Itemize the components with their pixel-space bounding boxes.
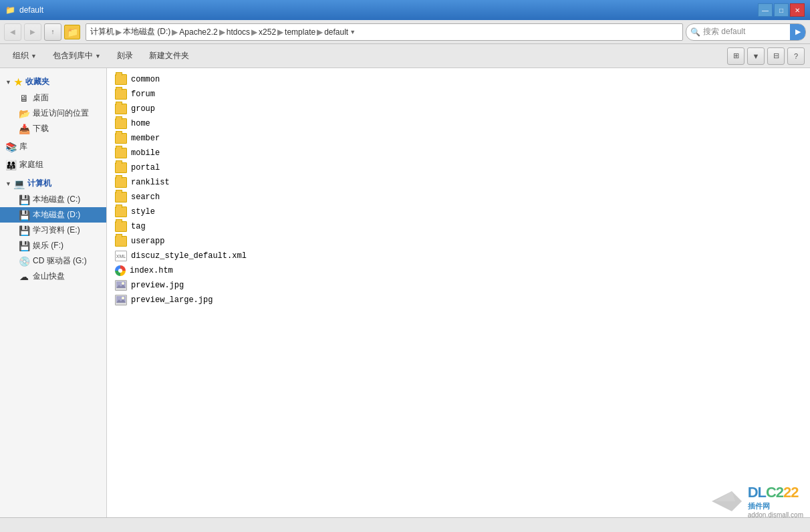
sidebar-item-drive-c[interactable]: 💾 本地磁盘 (C:) xyxy=(0,192,106,207)
folder-item-tag[interactable]: tag xyxy=(112,219,805,234)
include-library-dropdown-icon: ▼ xyxy=(95,53,101,59)
jpg-file-icon-preview-large xyxy=(115,295,127,305)
sidebar-item-drive-f[interactable]: 💾 娱乐 (F:) xyxy=(0,238,106,253)
folder-name-group: group xyxy=(131,104,155,114)
computer-icon: 💻 xyxy=(14,178,25,189)
folder-icon-member xyxy=(115,133,127,144)
sidebar-item-drive-d[interactable]: 💾 本地磁盘 (D:) xyxy=(0,207,106,223)
sidebar-item-library[interactable]: 📚 库 xyxy=(0,139,106,154)
status-bar xyxy=(0,517,810,532)
folder-item-group[interactable]: group xyxy=(112,102,805,116)
folder-name-ranklist: ranklist xyxy=(131,178,170,187)
forward-button[interactable]: ▶ xyxy=(24,23,41,41)
toolbar-right: ⊞ ▼ ⊟ ? xyxy=(727,47,805,65)
watermark-site: 插件网 xyxy=(748,501,803,511)
title-bar: 📁 default — □ ✕ xyxy=(0,0,810,20)
file-item-preview-large-jpg[interactable]: preview_large.jpg xyxy=(112,293,805,307)
desktop-icon: 🖥 xyxy=(19,93,29,104)
folder-icon-forum xyxy=(115,89,127,100)
up-button[interactable]: ↑ xyxy=(44,23,61,41)
path-segment-htdocs: htdocs xyxy=(227,27,250,37)
organize-dropdown-icon: ▼ xyxy=(31,53,37,59)
watermark-plane-icon xyxy=(712,488,745,515)
drive-c-icon: 💾 xyxy=(19,194,29,205)
folder-item-portal[interactable]: portal xyxy=(112,160,805,175)
window-icon: 📁 xyxy=(5,5,15,15)
new-folder-label: 新建文件夹 xyxy=(149,50,189,61)
burn-button[interactable]: 刻录 xyxy=(110,47,140,65)
sidebar-section-computer: ▼ 💻 计算机 💾 本地磁盘 (C:) 💾 本地磁盘 (D:) 💾 学习资料 (… xyxy=(0,175,106,284)
folder-icon-userapp xyxy=(115,236,127,247)
file-item-preview-jpg[interactable]: preview.jpg xyxy=(112,278,805,293)
drive-f-icon: 💾 xyxy=(19,241,29,251)
download-icon: 📥 xyxy=(19,124,29,134)
folder-item-style[interactable]: style xyxy=(112,205,805,219)
folder-item-common[interactable]: common xyxy=(112,72,805,87)
file-item-xml[interactable]: XML discuz_style_default.xml xyxy=(112,249,805,263)
sidebar-item-recent[interactable]: 📂 最近访问的位置 xyxy=(0,106,106,121)
address-path[interactable]: 计算机 ▶ 本地磁盘 (D:) ▶ Apache2.2 ▶ htdocs ▶ x… xyxy=(86,23,683,41)
svg-point-7 xyxy=(122,297,124,299)
sidebar-favorites-header[interactable]: ▼ ★ 收藏夹 xyxy=(0,74,106,90)
htm-file-icon xyxy=(115,265,126,276)
folder-item-search[interactable]: search xyxy=(112,190,805,205)
xml-file-icon: XML xyxy=(115,251,127,261)
sidebar-library-label: 库 xyxy=(19,141,27,152)
computer-chevron: ▼ xyxy=(5,180,11,187)
view-dropdown-button[interactable]: ▼ xyxy=(747,47,765,65)
path-folder-icon: 📁 xyxy=(64,25,80,39)
file-item-htm[interactable]: index.htm xyxy=(112,263,805,278)
sidebar-desktop-label: 桌面 xyxy=(33,92,49,104)
title-bar-controls: — □ ✕ xyxy=(758,3,805,17)
folder-item-mobile[interactable]: mobile xyxy=(112,146,805,160)
jpg-file-icon-preview xyxy=(115,280,127,291)
sidebar-item-cloud[interactable]: ☁ 金山快盘 xyxy=(0,269,106,284)
search-box: 🔍 ▶ xyxy=(686,23,806,41)
folder-icon-mobile xyxy=(115,148,127,158)
minimize-button[interactable]: — xyxy=(758,3,773,17)
folder-icon-style xyxy=(115,207,127,217)
sidebar-item-homegroup[interactable]: 👨‍👩‍👧 家庭组 xyxy=(0,157,106,172)
file-name-xml: discuz_style_default.xml xyxy=(131,251,247,261)
folder-icon-group xyxy=(115,104,127,114)
search-button[interactable]: ▶ xyxy=(790,24,805,40)
path-segment-template: template xyxy=(285,27,315,37)
organize-button[interactable]: 组织 ▼ xyxy=(5,47,44,65)
folder-name-tag: tag xyxy=(131,222,146,231)
folder-item-forum[interactable]: forum xyxy=(112,87,805,102)
sidebar-recent-label: 最近访问的位置 xyxy=(33,108,89,119)
maximize-button[interactable]: □ xyxy=(774,3,789,17)
view-grid-button[interactable]: ⊞ xyxy=(727,47,745,65)
cloud-icon: ☁ xyxy=(19,271,29,282)
sidebar-item-desktop[interactable]: 🖥 桌面 xyxy=(0,90,106,106)
view-help-button[interactable]: ? xyxy=(787,47,805,65)
folder-item-member[interactable]: member xyxy=(112,131,805,146)
sidebar-computer-header[interactable]: ▼ 💻 计算机 xyxy=(0,175,106,192)
drive-d-icon: 💾 xyxy=(19,210,29,221)
folder-icon-tag xyxy=(115,221,127,232)
folder-name-common: common xyxy=(131,75,160,84)
sidebar-item-downloads[interactable]: 📥 下载 xyxy=(0,121,106,136)
svg-marker-9 xyxy=(715,491,735,501)
watermark-logo: DLC222 xyxy=(748,484,803,501)
folder-item-home[interactable]: home xyxy=(112,116,805,131)
watermark-url: addon.dismall.com xyxy=(748,511,803,519)
path-segment-x252: x252 xyxy=(259,27,276,37)
include-library-button[interactable]: 包含到库中 ▼ xyxy=(45,47,108,65)
file-name-preview-large-jpg: preview_large.jpg xyxy=(131,295,213,305)
close-button[interactable]: ✕ xyxy=(790,3,805,17)
folder-icon-portal xyxy=(115,162,127,173)
address-bar-area: ◀ ▶ ↑ 📁 计算机 ▶ 本地磁盘 (D:) ▶ Apache2.2 ▶ ht… xyxy=(0,20,810,44)
sidebar-item-drive-g[interactable]: 💿 CD 驱动器 (G:) xyxy=(0,253,106,269)
watermark: DLC222 插件网 addon.dismall.com xyxy=(712,484,803,519)
search-icon: 🔍 xyxy=(690,27,700,37)
sidebar-item-drive-e[interactable]: 💾 学习资料 (E:) xyxy=(0,223,106,238)
folder-item-userapp[interactable]: userapp xyxy=(112,234,805,249)
new-folder-button[interactable]: 新建文件夹 xyxy=(142,47,196,65)
view-panel-button[interactable]: ⊟ xyxy=(767,47,785,65)
sidebar-downloads-label: 下载 xyxy=(33,123,49,134)
sidebar-section-homegroup: 👨‍👩‍👧 家庭组 xyxy=(0,157,106,172)
folder-item-ranklist[interactable]: ranklist xyxy=(112,175,805,190)
back-button[interactable]: ◀ xyxy=(4,23,21,41)
search-input[interactable] xyxy=(703,27,790,37)
